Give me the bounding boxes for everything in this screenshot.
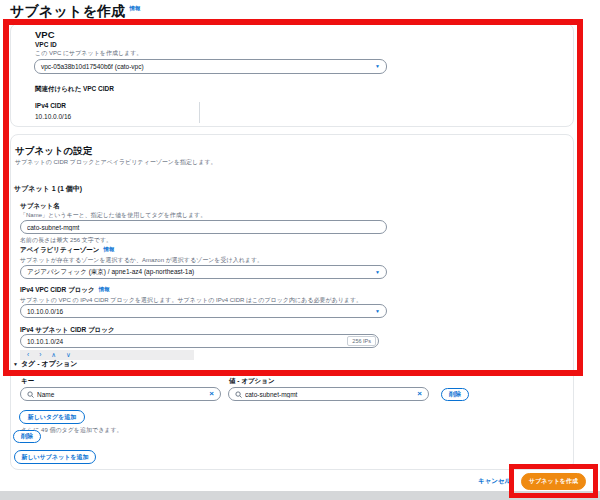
cancel-button[interactable]: キャンセル — [478, 477, 511, 486]
search-icon — [27, 391, 34, 398]
remove-subnet-button[interactable]: 削除 — [13, 430, 41, 443]
ipv4-cidr-value: 10.10.0.0/16 — [35, 113, 71, 120]
chevron-down-icon: ▼ — [375, 309, 380, 314]
az-label: アベイラビリティーゾーン — [20, 246, 100, 255]
vpc-card: VPC VPC ID この VPC にサブネットを作成します。 vpc-05a3… — [10, 23, 574, 127]
search-icon — [235, 391, 242, 398]
stepper-right-button[interactable]: › — [39, 352, 41, 359]
ip-count-badge: 256 IPs — [347, 336, 376, 346]
vpc-id-select[interactable]: vpc-05a38b10d17540b6f (cato-vpc) ▼ — [34, 59, 387, 74]
vpc-id-select-value: vpc-05a38b10d17540b6f (cato-vpc) — [41, 63, 144, 70]
add-subnet-button[interactable]: 新しいサブネットを追加 — [14, 450, 96, 464]
subnet-name-description: 「Name」というキーと、指定した値を使用してタグを作成します。 — [20, 211, 206, 220]
triangle-down-icon: ▼ — [13, 362, 18, 367]
clear-icon[interactable]: × — [209, 390, 214, 398]
clear-icon[interactable]: × — [417, 390, 422, 398]
tag-value-input[interactable] — [245, 391, 413, 398]
vpc-id-label: VPC ID — [35, 41, 57, 48]
az-info-link[interactable]: 情報 — [104, 246, 115, 253]
vpc-id-description: この VPC にサブネットを作成します。 — [35, 49, 142, 58]
subnet-name-label: サブネット名 — [20, 202, 60, 211]
page-title: サブネットを作成 — [10, 3, 126, 21]
vpc-section-heading: VPC — [35, 29, 55, 40]
page-info-link[interactable]: 情報 — [130, 5, 141, 12]
tag-key-input[interactable] — [37, 391, 205, 398]
subnet-name-help: 名前の長さは最大 256 文字です。 — [20, 236, 112, 245]
subnet-name-input[interactable] — [27, 224, 380, 231]
remove-tag-button[interactable]: 削除 — [441, 388, 469, 401]
vpc-cidr-info-link[interactable]: 情報 — [99, 286, 110, 293]
create-subnet-page: サブネットを作成 情報 VPC VPC ID この VPC にサブネットを作成し… — [0, 0, 600, 500]
subnet-counter: サブネット 1 (1 個中) — [14, 184, 82, 194]
subnet-settings-card: サブネットの設定 サブネットの CIDR ブロックとアベイラビリティーゾーンを指… — [10, 134, 574, 470]
stepper-up-button[interactable]: ∧ — [51, 352, 56, 359]
subnet-settings-heading: サブネットの設定 — [15, 145, 92, 158]
chevron-down-icon: ▼ — [375, 270, 380, 275]
window-bottom-strip — [0, 491, 600, 500]
associated-cidr-heading: 関連付けられた VPC CIDR — [35, 85, 114, 94]
subnet-cidr-input[interactable] — [27, 338, 347, 345]
az-select-value: アジアパシフィック (東京) / apne1-az4 (ap-northeast… — [27, 268, 194, 277]
az-description: サブネットが存在するゾーンを選択するか、Amazon が選択するゾーンを受け入れ… — [20, 256, 263, 265]
vpc-cidr-select[interactable]: 10.10.0.0/16 ▼ — [20, 304, 387, 318]
subnet-settings-description: サブネットの CIDR ブロックとアベイラビリティーゾーンを指定します。 — [15, 158, 217, 167]
az-select[interactable]: アジアパシフィック (東京) / apne1-az4 (ap-northeast… — [20, 265, 387, 279]
vpc-cidr-select-value: 10.10.0.0/16 — [27, 308, 63, 315]
create-subnet-button[interactable]: サブネットを作成 — [521, 473, 586, 490]
tag-key-field-wrap: × — [20, 387, 221, 401]
add-tag-button[interactable]: 新しいタグを追加 — [19, 410, 85, 424]
column-divider — [199, 102, 200, 123]
stepper-down-button[interactable]: ∨ — [66, 352, 71, 359]
tag-value-field-wrap: × — [228, 387, 429, 401]
chevron-down-icon: ▼ — [375, 64, 380, 69]
tags-section-toggle[interactable]: ▼ タグ - オプション — [13, 359, 77, 369]
subnet-name-field-wrap — [20, 220, 387, 234]
tag-value-header: 値 - オプション — [229, 377, 275, 386]
stepper-left-button[interactable]: ‹ — [27, 352, 29, 359]
vpc-cidr-label: IPv4 VPC CIDR ブロック — [20, 286, 95, 295]
tag-key-header: キー — [21, 377, 34, 386]
subnet-cidr-field-wrap: 256 IPs — [20, 334, 379, 348]
tags-section-heading: タグ - オプション — [21, 359, 77, 369]
ipv4-cidr-column-header: IPv4 CIDR — [35, 102, 66, 109]
